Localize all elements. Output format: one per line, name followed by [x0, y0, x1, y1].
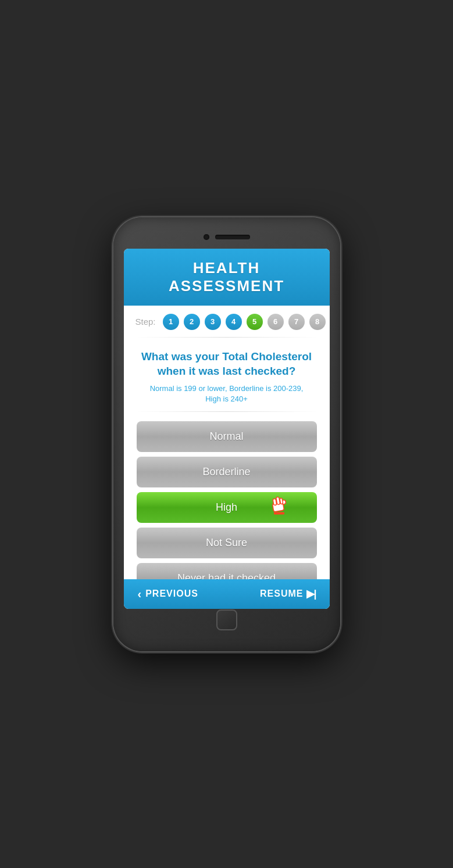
app-header: HEALTH ASSESSMENT	[124, 249, 330, 306]
svg-rect-5	[274, 512, 284, 514]
app-title: HEALTH ASSESSMENT	[135, 259, 318, 295]
cursor-hand-icon	[269, 494, 288, 518]
phone-speaker	[215, 235, 250, 239]
options-section: Normal Borderline High	[124, 414, 330, 579]
question-section: What was your Total Cholesterol when it …	[124, 340, 330, 410]
option-high[interactable]: High	[137, 492, 317, 523]
step-3[interactable]: 3	[205, 314, 221, 330]
svg-rect-0	[272, 502, 284, 512]
step-4[interactable]: 4	[226, 314, 242, 330]
phone-screen: HEALTH ASSESSMENT Step: 1 2 3 4	[124, 249, 330, 609]
step-label: Step:	[135, 317, 156, 327]
option-not-sure[interactable]: Not Sure	[137, 528, 317, 558]
svg-rect-4	[280, 498, 283, 504]
step-7[interactable]: 7	[288, 314, 305, 330]
question-text: What was your Total Cholesterol when it …	[141, 349, 312, 379]
option-normal[interactable]: Normal	[137, 421, 317, 452]
step-1[interactable]: 1	[163, 314, 179, 330]
phone-bottom	[124, 609, 330, 631]
resume-icon: ▶|	[306, 587, 315, 600]
svg-rect-1	[281, 500, 286, 504]
steps-section: Step: 1 2 3 4 5 6	[124, 306, 330, 335]
footer: ‹ PREVIOUS RESUME ▶|	[124, 579, 330, 609]
question-hint: Normal is 199 or lower, Borderline is 20…	[141, 383, 312, 404]
option-borderline[interactable]: Borderline	[137, 457, 317, 487]
svg-rect-2	[273, 498, 277, 505]
phone-top-bar	[124, 228, 330, 246]
home-button[interactable]	[216, 609, 237, 630]
step-5[interactable]: 5	[247, 314, 263, 330]
option-never-checked[interactable]: Never had it checked	[137, 563, 317, 579]
divider-1	[135, 337, 318, 338]
phone-camera	[204, 234, 209, 240]
step-6[interactable]: 6	[267, 314, 284, 330]
content-area: Step: 1 2 3 4 5 6	[124, 306, 330, 579]
previous-icon: ‹	[138, 587, 142, 601]
step-8[interactable]: 8	[309, 314, 326, 330]
svg-rect-3	[276, 497, 280, 505]
divider-2	[135, 411, 318, 412]
previous-button[interactable]: ‹ PREVIOUS	[138, 587, 198, 601]
step-2[interactable]: 2	[184, 314, 200, 330]
phone-frame: HEALTH ASSESSMENT Step: 1 2 3 4	[113, 217, 340, 651]
resume-button[interactable]: RESUME ▶|	[260, 587, 316, 600]
